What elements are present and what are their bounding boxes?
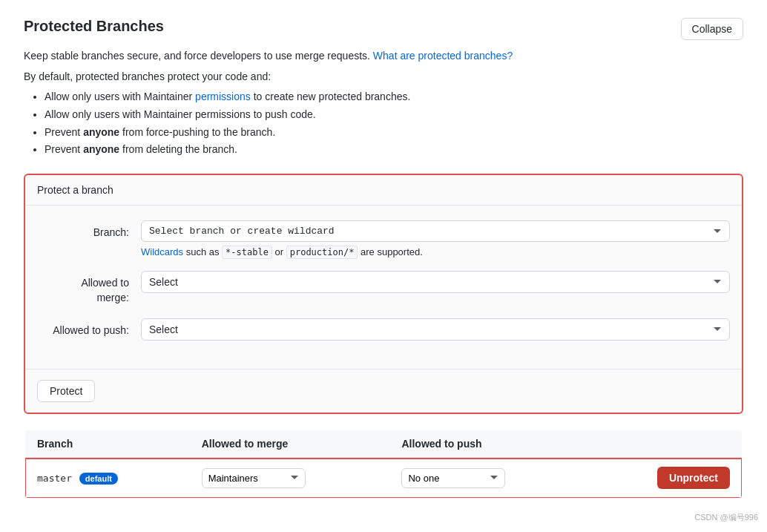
branch-cell: master default — [24, 458, 190, 499]
by-default-text: By default, protected branches protect y… — [24, 70, 743, 82]
protect-box-title: Protect a branch — [25, 175, 742, 206]
protect-button[interactable]: Protect — [37, 380, 95, 402]
branch-name: master — [37, 473, 72, 484]
table-body: master default Maintainers No one Unprot… — [24, 458, 743, 499]
list-item: Allow only users with Maintainer permiss… — [45, 106, 743, 124]
list-item: Prevent anyone from deleting the branch. — [45, 141, 743, 159]
protect-footer: Protect — [25, 369, 742, 413]
page-title: Protected Branches — [24, 18, 164, 35]
unprotect-button[interactable]: Unprotect — [657, 467, 730, 489]
wildcard-example1: *-stable — [222, 246, 272, 259]
info-list: Allow only users with Maintainer permiss… — [24, 88, 743, 159]
allowed-push-select[interactable]: Select — [141, 318, 730, 341]
col-allowed-merge: Allowed to merge — [190, 430, 390, 458]
permissions-link[interactable]: permissions — [195, 91, 251, 102]
allowed-merge-select[interactable]: Select — [141, 271, 730, 293]
allowed-push-row: Allowed to push: Select — [37, 318, 730, 341]
row-allowed-push-select[interactable]: No one — [401, 468, 505, 488]
list-item: Allow only users with Maintainer permiss… — [45, 88, 743, 106]
allowed-merge-label: Allowed tomerge: — [37, 271, 141, 305]
col-branch: Branch — [24, 430, 190, 458]
branch-label: Branch: — [37, 220, 141, 240]
wildcards-link[interactable]: Wildcards — [141, 246, 183, 257]
list-item: Prevent anyone from force-pushing to the… — [45, 124, 743, 142]
actions-cell: Unprotect — [590, 458, 743, 499]
what-are-protected-branches-link[interactable]: What are protected branches? — [373, 50, 513, 62]
allowed-merge-row: Allowed tomerge: Select — [37, 271, 730, 305]
allowed-merge-field: Select — [141, 271, 730, 293]
branch-select[interactable]: Select branch or create wildcard — [141, 220, 730, 242]
branch-row: Branch: Select branch or create wildcard… — [37, 220, 730, 257]
watermark: CSDN @编号996 — [694, 512, 758, 517]
allowed-push-cell: No one — [389, 458, 590, 499]
allowed-push-label: Allowed to push: — [37, 318, 141, 338]
row-allowed-merge-select[interactable]: Maintainers — [202, 468, 306, 488]
allowed-push-field: Select — [141, 318, 730, 341]
table-row: master default Maintainers No one Unprot… — [24, 458, 743, 499]
wildcard-example2: production/* — [286, 246, 358, 259]
branch-table: Branch Allowed to merge Allowed to push … — [24, 429, 743, 499]
description-text: Keep stable branches secure, and force d… — [24, 50, 743, 62]
branch-field: Select branch or create wildcard Wildcar… — [141, 220, 730, 257]
collapse-button[interactable]: Collapse — [681, 18, 743, 40]
wildcard-hint: Wildcards such as *-stable or production… — [141, 246, 730, 257]
default-badge: default — [79, 473, 118, 485]
page-header: Protected Branches Collapse — [24, 18, 743, 41]
allowed-merge-cell: Maintainers — [190, 458, 390, 499]
table-header: Branch Allowed to merge Allowed to push — [24, 430, 743, 458]
protect-form: Branch: Select branch or create wildcard… — [25, 206, 742, 369]
protect-branch-box: Protect a branch Branch: Select branch o… — [24, 174, 743, 414]
col-allowed-push: Allowed to push — [389, 430, 590, 458]
col-actions — [590, 430, 743, 458]
